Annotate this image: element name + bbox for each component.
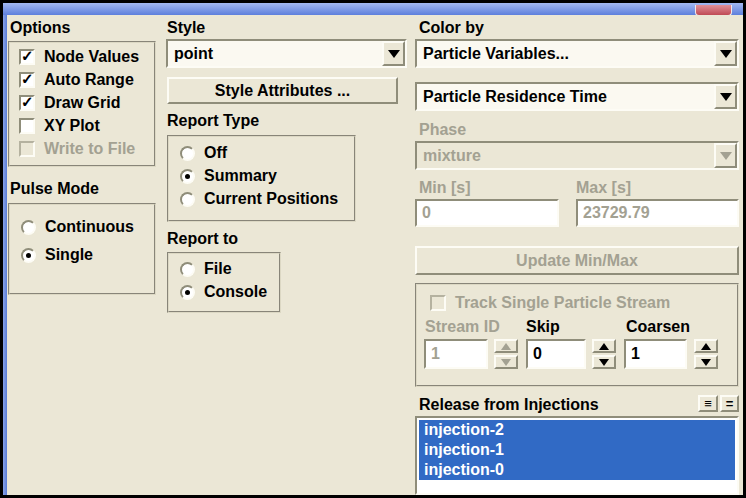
window-titlebar [3, 3, 743, 15]
checkbox-label: Auto Range [44, 71, 134, 89]
skip-label: Skip [526, 318, 560, 336]
radio-single[interactable]: Single [21, 246, 93, 264]
radio-console[interactable]: Console [180, 283, 267, 301]
phase-dropdown: mixture [415, 141, 739, 170]
checkbox-icon [430, 295, 446, 311]
checkbox-auto-range[interactable]: Auto Range [19, 71, 134, 89]
checkbox-write-to-file: Write to File [19, 140, 135, 158]
equals-icon[interactable] [720, 395, 739, 412]
list-item[interactable]: injection-0 [419, 460, 735, 480]
pulse-mode-title: Pulse Mode [10, 180, 99, 198]
checkbox-draw-grid[interactable]: Draw Grid [19, 94, 120, 112]
checkbox-icon [19, 49, 35, 65]
checkbox-label: Track Single Particle Stream [455, 294, 670, 312]
list-item[interactable]: injection-1 [419, 440, 735, 460]
radio-icon [180, 285, 195, 300]
color-by-category-dropdown[interactable]: Particle Variables... [415, 39, 739, 68]
particle-tracks-dialog: Options Node Values Auto Range Draw Grid… [0, 0, 746, 498]
checkbox-node-values[interactable]: Node Values [19, 48, 139, 66]
radio-label: Off [204, 144, 227, 162]
radio-icon [21, 220, 36, 235]
chevron-down-icon[interactable] [714, 84, 737, 109]
checkbox-label: Node Values [44, 48, 139, 66]
radio-off[interactable]: Off [180, 144, 227, 162]
arrow-up-icon [494, 339, 518, 353]
arrow-down-icon [494, 355, 518, 369]
radio-icon [180, 192, 195, 207]
coarsen-input[interactable] [624, 339, 687, 369]
arrow-down-icon[interactable] [694, 355, 718, 369]
list-item[interactable]: injection-2 [419, 420, 735, 440]
radio-current-positions[interactable]: Current Positions [180, 190, 338, 208]
style-title: Style [167, 19, 205, 37]
max-input [576, 199, 739, 227]
radio-summary[interactable]: Summary [180, 167, 277, 185]
color-by-variable-value: Particle Residence Time [417, 84, 714, 109]
radio-label: Current Positions [204, 190, 338, 208]
coarsen-label: Coarsen [626, 318, 690, 336]
checkbox-icon [19, 141, 35, 157]
skip-input[interactable] [526, 339, 586, 369]
min-input [415, 199, 559, 227]
color-by-title: Color by [419, 19, 484, 37]
radio-label: Single [45, 246, 93, 264]
radio-icon [180, 146, 195, 161]
min-label: Min [s] [419, 179, 471, 197]
options-title: Options [10, 19, 70, 37]
phase-title: Phase [419, 121, 466, 139]
injections-listbox[interactable]: injection-2 injection-1 injection-0 [415, 416, 739, 495]
chevron-down-icon[interactable] [714, 41, 737, 66]
radio-label: File [204, 260, 232, 278]
radio-icon [21, 248, 36, 263]
stream-id-stepper [494, 339, 518, 369]
arrow-up-icon[interactable] [694, 339, 718, 353]
radio-continuous[interactable]: Continuous [21, 218, 134, 236]
update-min-max-button: Update Min/Max [415, 246, 739, 275]
radio-icon [180, 169, 195, 184]
stream-id-input [424, 339, 488, 369]
style-dropdown-value: point [168, 41, 382, 66]
checkbox-icon [19, 118, 35, 134]
release-from-injections-title: Release from Injections [419, 396, 599, 414]
chevron-down-icon [714, 143, 737, 168]
radio-file[interactable]: File [180, 260, 232, 278]
checkbox-track-single-particle-stream: Track Single Particle Stream [430, 294, 670, 312]
radio-label: Summary [204, 167, 277, 185]
color-by-variable-dropdown[interactable]: Particle Residence Time [415, 82, 739, 111]
checkbox-icon [19, 72, 35, 88]
stream-id-label: Stream ID [425, 318, 500, 336]
skip-stepper[interactable] [592, 339, 616, 369]
phase-value: mixture [417, 143, 714, 168]
list-lines-icon[interactable] [698, 395, 718, 412]
coarsen-stepper[interactable] [694, 339, 718, 369]
arrow-up-icon[interactable] [592, 339, 616, 353]
radio-label: Continuous [45, 218, 134, 236]
max-label: Max [s] [576, 179, 631, 197]
arrow-down-icon[interactable] [592, 355, 616, 369]
color-by-category-value: Particle Variables... [417, 41, 714, 66]
checkbox-xy-plot[interactable]: XY Plot [19, 117, 100, 135]
checkbox-label: Write to File [44, 140, 135, 158]
report-type-title: Report Type [167, 112, 259, 130]
style-dropdown[interactable]: point [166, 39, 407, 68]
radio-label: Console [204, 283, 267, 301]
report-to-title: Report to [167, 230, 238, 248]
checkbox-label: XY Plot [44, 117, 100, 135]
chevron-down-icon[interactable] [382, 41, 405, 66]
style-attributes-button[interactable]: Style Attributes ... [167, 77, 398, 104]
checkbox-label: Draw Grid [44, 94, 120, 112]
checkbox-icon [19, 95, 35, 111]
radio-icon [180, 262, 195, 277]
